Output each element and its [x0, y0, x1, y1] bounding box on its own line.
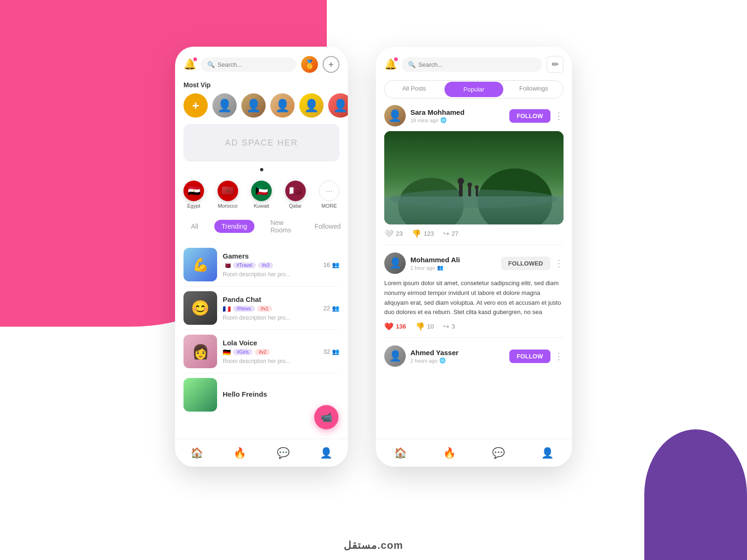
filter-tabs: All Posts Popular Followings	[384, 80, 564, 98]
vip-avatar-5[interactable]: 👤	[328, 93, 348, 118]
users-icon-panda: 👥	[332, 305, 339, 312]
dislike-icon-mohammed: 👎	[416, 322, 425, 331]
room-count-lola: 32 👥	[324, 348, 339, 355]
nav-home-right[interactable]: 🏠	[394, 447, 407, 459]
filter-followings[interactable]: Followings	[504, 81, 563, 98]
time-sara: 18 mins ago 🌐	[410, 117, 509, 123]
avatar-sara: 👤	[384, 105, 406, 126]
post-actions-sara: 🤍 23 👎 123 ↪ 27	[384, 229, 564, 238]
follow-ahmed-button[interactable]: FOLLOW	[509, 350, 550, 363]
share-action-sara[interactable]: ↪ 27	[443, 229, 458, 238]
nav-fire-left[interactable]: 🔥	[233, 447, 246, 459]
svg-point-4	[390, 189, 558, 208]
room-thumb-panda: 😊	[183, 291, 217, 325]
room-item-lola[interactable]: 👩 Lola Voice 🇩🇪 #Girls #v2 Room descript…	[183, 330, 339, 373]
room-desc-lola: Room description her pro...	[223, 358, 318, 364]
time-text-ahmed: 2 hours ago	[410, 358, 437, 364]
medal-button[interactable]: 🥇	[301, 56, 318, 73]
right-bottom-nav: 🏠 🔥 💬 👤	[376, 439, 572, 467]
follow-sara-button[interactable]: FOLLOW	[509, 109, 550, 123]
dislike-icon-sara: 👎	[412, 229, 421, 238]
nav-profile-right[interactable]: 👤	[541, 447, 554, 459]
post-image-sara	[384, 131, 564, 224]
time-text-sara: 18 mins ago	[410, 118, 438, 123]
room-item-panda[interactable]: 😊 Panda Chat 🇫🇷 #News #v1 Room descripti…	[183, 287, 339, 330]
country-qatar[interactable]: 🇶🇦 Qatar	[285, 181, 306, 209]
user-info-sara: Sara Mohhamed 18 mins ago 🌐	[410, 108, 509, 123]
left-search-bar[interactable]: 🔍	[201, 57, 296, 72]
more-options-ahmed[interactable]: ⋮	[554, 350, 564, 362]
country-tabs: 🇪🇬 Egypt 🇲🇦 Morocco 🇰🇼 Kuwait 🇶🇦 Qatar ·…	[175, 177, 348, 216]
country-more[interactable]: ··· MORE	[319, 181, 339, 209]
room-tags-lola: 🇩🇪 #Girls #v2	[223, 349, 318, 356]
more-options-sara[interactable]: ⋮	[554, 110, 564, 121]
country-egypt[interactable]: 🇪🇬 Egypt	[183, 181, 204, 209]
right-search-input[interactable]	[418, 61, 536, 68]
vip-avatar-3[interactable]: 👤	[270, 93, 295, 118]
nav-chat-right[interactable]: 💬	[492, 447, 505, 459]
country-kuwait[interactable]: 🇰🇼 Kuwait	[251, 181, 272, 209]
tab-trending[interactable]: Trending	[214, 220, 255, 233]
right-bell-icon[interactable]: 🔔	[384, 58, 397, 70]
tag-v3-gamers: #v3	[258, 262, 273, 268]
nav-home-left[interactable]: 🏠	[190, 447, 203, 459]
like-count-mohammed: 136	[396, 323, 406, 330]
svg-rect-7	[468, 186, 471, 196]
flag-gamers: 🇶🇦	[223, 262, 231, 269]
watermark: مستقل.com	[344, 539, 403, 552]
edit-button[interactable]: ✏	[547, 56, 564, 73]
like-action-mohammed[interactable]: ❤️ 136	[384, 322, 406, 331]
more-options-mohammed[interactable]: ⋮	[554, 258, 564, 269]
dislike-action-mohammed[interactable]: 👎 10	[416, 322, 434, 331]
tag-news: #News	[233, 306, 255, 312]
room-item-gamers[interactable]: 💪 Gamers 🇶🇦 #Travel #v3 Room description…	[183, 243, 339, 287]
add-button[interactable]: +	[323, 56, 339, 73]
vip-add-button[interactable]: +	[183, 93, 208, 118]
more-circle: ···	[319, 181, 339, 201]
filter-popular[interactable]: Popular	[444, 82, 503, 97]
followed-mohammed-button[interactable]: FOLLOWED	[501, 257, 550, 270]
room-info-hello: Hello Freinds	[223, 390, 339, 400]
vip-avatar-2[interactable]: 👤	[241, 93, 266, 118]
nav-fire-right[interactable]: 🔥	[443, 447, 456, 459]
bell-icon[interactable]: 🔔	[183, 58, 196, 70]
right-search-bar[interactable]: 🔍	[402, 57, 542, 72]
left-search-input[interactable]	[218, 61, 290, 68]
dislike-count-mohammed: 10	[427, 323, 434, 330]
users-icon-gamers: 👥	[332, 261, 339, 268]
tab-all[interactable]: All	[183, 220, 206, 233]
nav-chat-left[interactable]: 💬	[277, 447, 289, 459]
country-more-label: MORE	[322, 203, 337, 209]
ad-text: AD SPACE HER	[225, 138, 298, 148]
time-ahmed: 2 hours ago 🌐	[410, 357, 509, 364]
room-tags-gamers: 🇶🇦 #Travel #v3	[223, 262, 318, 269]
room-list: 💪 Gamers 🇶🇦 #Travel #v3 Room description…	[175, 243, 348, 416]
like-action-sara[interactable]: 🤍 23	[384, 229, 402, 238]
room-count-panda: 22 👥	[324, 305, 339, 312]
filter-all-posts[interactable]: All Posts	[385, 81, 444, 98]
dislike-action-sara[interactable]: 👎 123	[412, 229, 434, 238]
nav-profile-left[interactable]: 👤	[320, 447, 332, 459]
vip-avatar-1[interactable]: 👤	[212, 93, 237, 118]
phones-wrapper: 🔔 🔍 🥇 + Most Vip + 👤 👤	[175, 47, 572, 467]
country-morocco-label: Morocco	[218, 203, 237, 209]
room-thumb-hello	[183, 378, 217, 412]
room-info-lola: Lola Voice 🇩🇪 #Girls #v2 Room descriptio…	[223, 339, 318, 364]
svg-point-8	[467, 182, 472, 187]
country-qatar-label: Qatar	[289, 203, 302, 209]
dislike-count-sara: 123	[423, 230, 434, 237]
tab-new-rooms[interactable]: New Rooms	[263, 216, 298, 237]
tab-followed[interactable]: Followed	[307, 220, 348, 233]
post-header-mohammed: 👤 Mohammed Ali 1 hour ago 👥 FOLLOWED ⋮	[384, 252, 564, 274]
share-action-mohammed[interactable]: ↪ 3	[443, 322, 455, 331]
country-morocco[interactable]: 🇲🇦 Morocco	[218, 181, 238, 209]
dot-active	[260, 168, 263, 171]
posts-feed: 👤 Sara Mohhamed 18 mins ago 🌐 FOLLOW ⋮	[376, 105, 572, 464]
vip-avatar-4[interactable]: 👤	[299, 93, 324, 118]
avatar-mohammed: 👤	[384, 252, 406, 274]
fab-video-button[interactable]: 📹	[314, 405, 338, 429]
ad-banner: AD SPACE HER	[183, 124, 339, 161]
flag-lola: 🇩🇪	[223, 349, 231, 356]
share-icon-sara: ↪	[443, 229, 449, 238]
right-search-icon: 🔍	[408, 61, 416, 68]
